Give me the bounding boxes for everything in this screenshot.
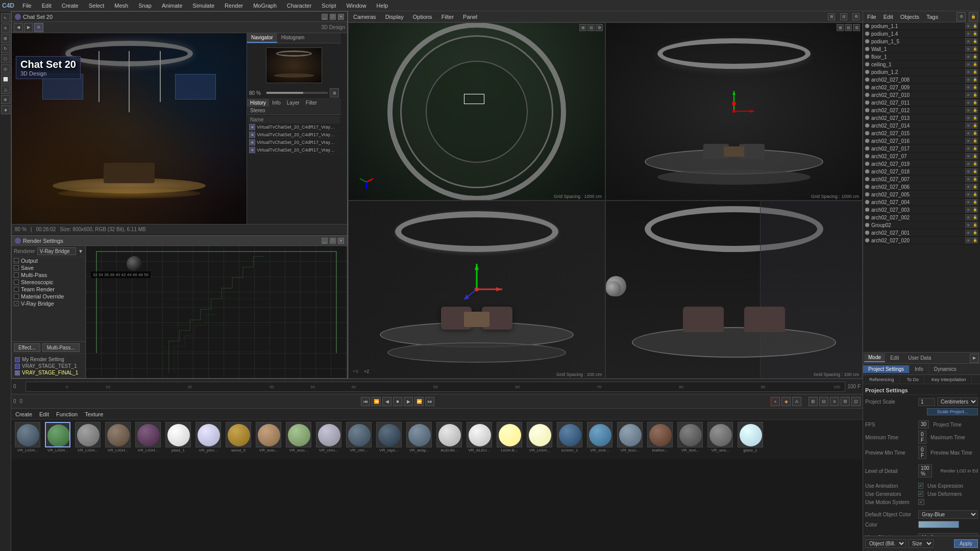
tree-item-12[interactable]: arch02_027_013 ◉ 🔒: [863, 114, 980, 122]
menu-window[interactable]: Window: [344, 2, 368, 10]
menu-script[interactable]: Script: [320, 2, 338, 10]
play-back-btn[interactable]: ◀: [382, 397, 391, 406]
use-generators-check[interactable]: ✓: [918, 491, 923, 497]
material-item-16[interactable]: LIGH-B...: [495, 422, 524, 457]
material-item-13[interactable]: VR_wray...: [405, 422, 433, 457]
renderer-arrow[interactable]: ▼: [78, 248, 83, 254]
tree-item-5[interactable]: ceiling_1 ◉ 🔒: [863, 61, 980, 68]
vp-top-btn2[interactable]: ⊟: [587, 24, 595, 31]
vp-tr-btn2[interactable]: ⊟: [845, 24, 852, 31]
tree-lock-0[interactable]: 🔒: [972, 23, 978, 29]
vt-btn2[interactable]: ▶: [24, 23, 33, 32]
vp-tr-btn3[interactable]: ⚙: [853, 24, 860, 31]
tree-vis-5[interactable]: ◉: [965, 61, 971, 67]
tree-item-17[interactable]: arch02_027_07 ◉ 🔒: [863, 153, 980, 160]
tree-item-8[interactable]: arch02_027_009 ◉ 🔒: [863, 84, 980, 91]
vp-menu-cameras[interactable]: Cameras: [351, 13, 378, 21]
tree-item-9[interactable]: arch02_027_010 ◉ 🔒: [863, 91, 980, 99]
vp-menu-panel[interactable]: Panel: [461, 13, 479, 21]
keyframe-btn[interactable]: ◆: [781, 397, 791, 406]
timeline-btn3[interactable]: ≡: [830, 397, 839, 406]
history-item[interactable]: ▣ VirtualTvChatSet_20_C4dR17_Vray3_4_Mai…: [248, 123, 340, 131]
prop-tab-keyinterp[interactable]: Key Interpolation: [926, 376, 972, 383]
menu-file[interactable]: File: [20, 2, 34, 10]
tree-item-10[interactable]: arch02_027_011 ◉ 🔒: [863, 99, 980, 107]
prop-tab-project[interactable]: Project Settings: [863, 365, 910, 373]
toolbar-tool5[interactable]: ⊕: [1, 95, 10, 104]
toolbar-select[interactable]: ↖: [1, 13, 10, 22]
tree-lock-25[interactable]: 🔒: [972, 214, 978, 220]
menu-edit[interactable]: Edit: [40, 2, 54, 10]
tree-vis-0[interactable]: ◉: [965, 23, 971, 29]
render-maximize[interactable]: □: [330, 238, 336, 244]
use-animation-check[interactable]: ✓: [918, 483, 923, 489]
tree-item-22[interactable]: arch02_027_005 ◉ 🔒: [863, 191, 980, 198]
mode-tab-userdata[interactable]: User Data: [904, 354, 935, 362]
render-opt-stereo[interactable]: Stereoscopic: [12, 279, 85, 286]
tree-item-1[interactable]: podium_1.4 ◉ 🔒: [863, 30, 980, 38]
history-item[interactable]: ▣ VirtualTvChatSet_20_C4dR17_Vray3_4_Mai…: [248, 131, 340, 139]
vp-menu-display[interactable]: Display: [383, 13, 406, 21]
save-check[interactable]: —: [14, 265, 19, 270]
timeline-btn5[interactable]: ⊡: [851, 397, 861, 406]
toolbar-rotate[interactable]: ↻: [1, 44, 10, 53]
tree-item-21[interactable]: arch02_027_006 ◉ 🔒: [863, 183, 980, 191]
tree-lock-1[interactable]: 🔒: [972, 31, 978, 37]
default-color-dropdown[interactable]: Gray-Blue: [918, 510, 978, 519]
vp-layout-btn2[interactable]: ⊟: [840, 13, 847, 20]
toolbar-tool1[interactable]: ⬡: [1, 54, 10, 63]
tree-item-27[interactable]: arch02_027_001 ◉ 🔒: [863, 229, 980, 237]
render-close[interactable]: ×: [338, 238, 344, 244]
tree-vis-14[interactable]: ◉: [965, 130, 971, 136]
play-fwd-btn[interactable]: ▶: [404, 397, 413, 406]
toolbar-scale[interactable]: ⊞: [1, 34, 10, 43]
material-item-17[interactable]: VR_LIGH...: [525, 422, 554, 457]
tree-item-20[interactable]: arch02_027_007 ◉ 🔒: [863, 176, 980, 183]
vp-top-btn3[interactable]: ⚙: [596, 24, 603, 31]
tree-vis-6[interactable]: ◉: [965, 69, 971, 75]
nav-tab-navigator[interactable]: Navigator: [247, 33, 277, 43]
mat-menu-texture[interactable]: Texture: [83, 410, 105, 418]
menu-character[interactable]: Character: [285, 2, 313, 10]
viewport-top-left[interactable]: Grid Spacing : 1000 cm ⊞ ⊟ ⚙: [605, 22, 863, 201]
material-item-23[interactable]: VR_wra...: [706, 422, 734, 457]
material-item-24[interactable]: glass_1: [736, 422, 765, 457]
vp-menu-options[interactable]: Options: [411, 13, 434, 21]
viewer-close[interactable]: ×: [338, 14, 344, 20]
mat-menu-function[interactable]: Function: [54, 410, 80, 418]
size-dropdown[interactable]: Size: [908, 539, 934, 548]
tree-vis-1[interactable]: ◉: [965, 31, 971, 37]
mat-menu-create[interactable]: Create: [13, 410, 34, 418]
viewer-maximize[interactable]: □: [330, 14, 336, 20]
tree-vis-20[interactable]: ◉: [965, 176, 971, 182]
tree-vis-12[interactable]: ◉: [965, 115, 971, 121]
material-item-19[interactable]: VR_scre...: [585, 422, 614, 457]
material-item-7[interactable]: wood_3: [224, 422, 253, 457]
team-check[interactable]: [14, 287, 19, 292]
tree-item-14[interactable]: arch02_027_015 ◉ 🔒: [863, 130, 980, 137]
stereo-check[interactable]: [14, 280, 19, 285]
history-tab-layer[interactable]: Layer: [284, 99, 303, 107]
render-opt-output[interactable]: — Output: [12, 257, 85, 264]
mode-tab-mode[interactable]: Mode: [864, 354, 885, 362]
fps-value[interactable]: 30: [918, 420, 929, 429]
tree-vis-9[interactable]: ◉: [965, 92, 971, 98]
tree-item-15[interactable]: arch02_027_016 ◉ 🔒: [863, 137, 980, 145]
tree-item-0[interactable]: podium_1.1 ◉ 🔒: [863, 22, 980, 30]
material-item-1[interactable]: VR_LIGH...: [43, 422, 72, 457]
render-opt-matoverride[interactable]: Material Override: [12, 293, 85, 300]
vp-layout-btn1[interactable]: ⊞: [828, 13, 835, 20]
render-minimize[interactable]: _: [322, 238, 328, 244]
tree-lock-22[interactable]: 🔒: [972, 191, 978, 197]
vp-layout-btn3[interactable]: ⚙: [852, 13, 860, 20]
vp-menu-filter[interactable]: Filter: [439, 13, 456, 21]
tree-vis-25[interactable]: ◉: [965, 214, 971, 220]
matoverride-check[interactable]: [14, 294, 19, 299]
menu-snap[interactable]: Snap: [136, 2, 154, 10]
tree-lock-23[interactable]: 🔒: [972, 199, 978, 205]
tree-lock-5[interactable]: 🔒: [972, 61, 978, 67]
tree-lock-8[interactable]: 🔒: [972, 84, 978, 90]
preset-item-1[interactable]: My Render Setting: [14, 356, 83, 363]
render-opt-team[interactable]: Team Render: [12, 286, 85, 293]
tree-lock-6[interactable]: 🔒: [972, 69, 978, 75]
